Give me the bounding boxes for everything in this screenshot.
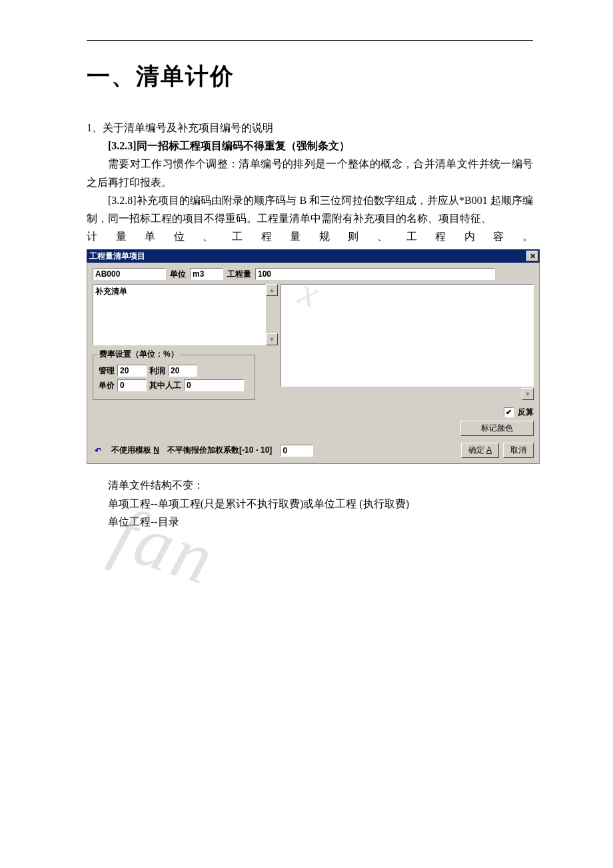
dialog-body: AB000 单位 m3 工程量 100 补充清单 ▲ ▼ 费率设 (87, 263, 540, 464)
after-1: 清单文件结构不变： (87, 476, 533, 494)
dialog-titlebar[interactable]: 工程量清单项目 ✕ (87, 249, 540, 263)
rate-group-title: 费率设置（单位：%） (97, 349, 181, 360)
qty-input[interactable]: 100 (255, 268, 495, 280)
rule-323: [3.2.3]同一招标工程项目编码不得重复（强制条文） (87, 137, 533, 155)
qty-label: 工程量 (227, 269, 251, 280)
para-1: 需要对工作习惯作个调整：清单编号的排列是一个整体的概念，合并清单文件并统一编号之… (87, 155, 533, 191)
document-page: 一、清单计价 1、关于清单编号及补充项目编号的说明 [3.2.3]同一招标工程项… (0, 0, 613, 691)
bill-item-dialog: 工程量清单项目 ✕ AB000 单位 m3 工程量 100 补充清单 ▲ ▼ (87, 249, 540, 464)
mgmt-input[interactable]: 20 (117, 365, 147, 377)
rate-groupbox: 费率设置（单位：%） 管理 20 利润 20 单价 0 其中人工 0 (93, 355, 255, 400)
unit-label: 单位 (170, 269, 186, 280)
marker-row: 标记颜色 (93, 421, 534, 436)
after-2: 单项工程--单项工程(只是累计不执行取费)或单位工程 (执行取费) (87, 495, 533, 513)
scroll-up-icon[interactable]: ▲ (266, 284, 278, 296)
no-template-hotkey: N (153, 445, 159, 455)
ok-text: 确定 (468, 445, 486, 455)
after-3: 单位工程--目录 (87, 513, 533, 531)
scroll-down-icon[interactable]: ▼ (266, 333, 278, 345)
no-template-button[interactable]: 不使用模板 N (111, 445, 159, 456)
price-input[interactable]: 0 (117, 379, 147, 391)
right-scroll-down-icon[interactable]: ▼ (522, 388, 534, 400)
coef-label: 不平衡报价加权系数[-10 - 10] (167, 445, 272, 456)
para-2b: 计量单位、工程量规则、工程内容。 (87, 227, 533, 245)
reverse-label: 反算 (518, 407, 534, 418)
ok-hotkey: A (486, 445, 492, 455)
labor-label: 其中人工 (149, 380, 181, 391)
unit-input[interactable]: m3 (190, 268, 223, 280)
right-textarea[interactable] (281, 284, 534, 387)
desc-textarea[interactable]: 补充清单 (93, 284, 266, 345)
profit-label: 利润 (149, 365, 165, 377)
page-top-rule (87, 40, 533, 41)
dialog-title: 工程量清单项目 (89, 251, 145, 262)
reverse-checkbox[interactable]: ✔ (504, 407, 514, 417)
watermark-area: fan (87, 531, 533, 651)
document-title: 一、清单计价 (87, 61, 533, 92)
desc-spin-column: ▲ ▼ (266, 284, 277, 345)
cancel-button[interactable]: 取消 (503, 443, 534, 458)
coef-input[interactable]: 0 (280, 445, 313, 457)
labor-input[interactable]: 0 (184, 379, 244, 391)
price-label: 单价 (99, 380, 115, 391)
bottom-row: ↶ 不使用模板 N 不平衡报价加权系数[-10 - 10] 0 确定 A 取消 (93, 443, 534, 458)
ok-button[interactable]: 确定 A (461, 443, 499, 458)
top-row: AB000 单位 m3 工程量 100 (93, 268, 534, 280)
close-icon[interactable]: ✕ (526, 251, 538, 261)
section-number: 1、 (87, 122, 103, 133)
code-input[interactable]: AB000 (93, 268, 166, 280)
section-1-heading: 1、关于清单编号及补充项目编号的说明 (87, 119, 533, 137)
marker-color-button[interactable]: 标记颜色 (460, 421, 534, 436)
no-template-text: 不使用模板 (111, 445, 153, 455)
mid-row: 补充清单 ▲ ▼ 费率设置（单位：%） 管理 20 利润 20 (93, 284, 534, 400)
mgmt-label: 管理 (99, 365, 115, 377)
reverse-row: ✔ 反算 (93, 407, 534, 418)
para-2a: [3.2.8]补充项目的编码由附录的顺序码与 B 和三位阿拉伯数字组成，并应从*… (87, 191, 533, 227)
undo-icon[interactable]: ↶ (93, 446, 103, 455)
profit-input[interactable]: 20 (168, 365, 197, 377)
section-text: 关于清单编号及补充项目编号的说明 (103, 122, 273, 133)
